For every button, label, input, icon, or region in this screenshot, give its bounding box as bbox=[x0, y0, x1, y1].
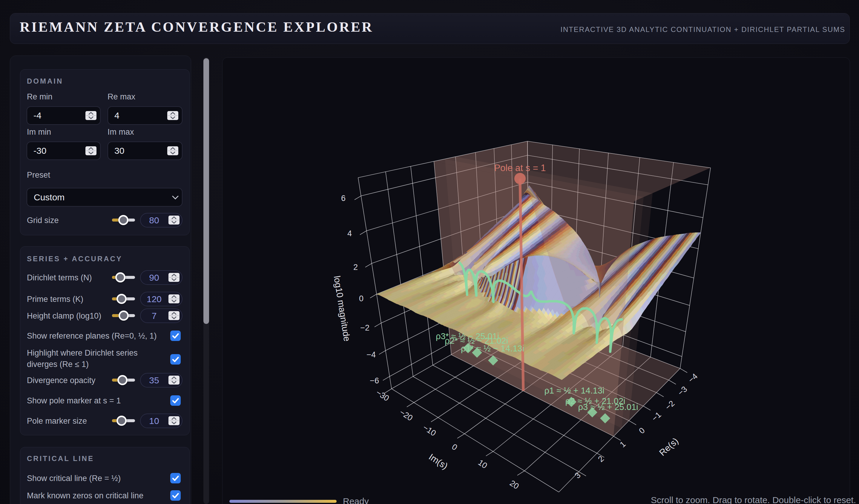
svg-text:0: 0 bbox=[637, 426, 646, 435]
svg-text:−4: −4 bbox=[687, 372, 699, 385]
svg-text:Pole at s = 1: Pole at s = 1 bbox=[494, 163, 546, 173]
svg-text:20: 20 bbox=[508, 479, 521, 491]
svg-text:−2: −2 bbox=[360, 323, 370, 332]
svg-text:ρ1 ≈ ½ + 14.13i: ρ1 ≈ ½ + 14.13i bbox=[544, 386, 604, 395]
svg-text:−2: −2 bbox=[663, 399, 676, 412]
svg-text:0: 0 bbox=[359, 294, 363, 303]
svg-text:Re(s): Re(s) bbox=[658, 436, 680, 458]
svg-text:−30: −30 bbox=[375, 388, 391, 403]
svg-text:1: 1 bbox=[618, 440, 627, 449]
svg-text:−4: −4 bbox=[366, 350, 376, 359]
svg-text:log10 magnitude: log10 magnitude bbox=[332, 275, 352, 342]
svg-text:3: 3 bbox=[573, 471, 582, 480]
svg-text:−6: −6 bbox=[370, 376, 379, 385]
svg-text:6: 6 bbox=[341, 194, 346, 203]
svg-text:10: 10 bbox=[477, 458, 489, 471]
svg-text:−3: −3 bbox=[676, 385, 689, 397]
svg-text:−1: −1 bbox=[650, 410, 663, 423]
svg-text:−20: −20 bbox=[398, 408, 415, 423]
svg-text:4: 4 bbox=[347, 229, 352, 238]
svg-text:ρ3 ≈ ½ + 25.01i: ρ3 ≈ ½ + 25.01i bbox=[578, 402, 638, 412]
svg-text:ρ3* ≈ ½ − 25.01i: ρ3* ≈ ½ − 25.01i bbox=[436, 332, 499, 341]
svg-text:0: 0 bbox=[450, 442, 459, 452]
svg-text:Im(s): Im(s) bbox=[427, 452, 450, 471]
svg-text:2: 2 bbox=[353, 263, 358, 272]
svg-text:−10: −10 bbox=[421, 423, 438, 438]
